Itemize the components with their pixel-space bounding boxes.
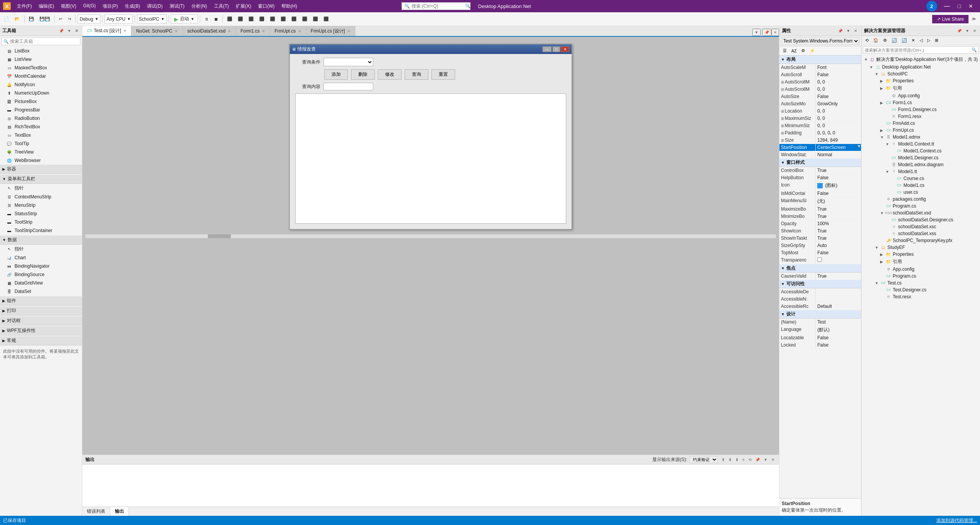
toolbox-item-numericupdown[interactable]: ⬆ NumericUpDown <box>0 89 82 97</box>
output-close-icon[interactable]: ✕ <box>770 457 776 463</box>
tab-close-form1[interactable]: ✕ <box>262 29 265 33</box>
toolbox-menu-icon[interactable]: ▼ <box>66 28 73 34</box>
live-share-button[interactable]: ↗ Live Share <box>932 15 969 23</box>
solution-pin-icon[interactable]: 📌 <box>956 28 963 34</box>
tree-item-form1resx[interactable]: R Form1.resx <box>862 113 979 120</box>
solution-tb-btn-3[interactable]: ⚙ <box>881 37 889 44</box>
toolbox-item-dataset[interactable]: 🗄 DataSet <box>0 287 82 296</box>
tree-item-schooldatasetdesigner[interactable]: C# schoolDataSet.Designer.cs <box>862 216 979 223</box>
toolbox-item-webbrowser[interactable]: 🌐 WebBrowser <box>0 156 82 165</box>
tree-item-programcs-2[interactable]: C# Program.cs <box>862 273 979 280</box>
toolbox-item-bindingsource[interactable]: 🔗 BindingSource <box>0 270 82 279</box>
tree-item-model1designer[interactable]: C# Model1.Designer.cs <box>862 154 979 161</box>
output-tab-errors[interactable]: 错误列表 <box>82 507 110 516</box>
tree-item-form1cs[interactable]: ▶ C# Form1.cs <box>862 99 979 106</box>
toolbox-search-input[interactable] <box>10 39 78 44</box>
run-button[interactable]: ▶ 启动 ▼ <box>171 15 198 23</box>
tree-item-frmuptcs[interactable]: ▶ C# FrmUpt.cs <box>862 127 979 134</box>
save-all-btn[interactable]: 💾💾 <box>37 15 52 23</box>
toolbar-btn-1[interactable]: ⬛ <box>225 15 235 23</box>
toolbox-item-progressbar[interactable]: ▬ ProgressBar <box>0 106 82 114</box>
tree-item-coursecs[interactable]: C# Course.cs <box>862 175 979 182</box>
toolbox-item-pointer2[interactable]: ↖ 指针 <box>0 245 82 254</box>
tree-item-model1diagram[interactable]: 🗄 Model1.edmx.diagram <box>862 161 979 168</box>
solution-menu-icon[interactable]: ▼ <box>964 28 971 34</box>
reset-button[interactable]: 重置 <box>431 69 455 80</box>
toolbar-btn-10[interactable]: ⬛ <box>321 15 331 23</box>
solution-tb-btn-9[interactable]: ⊞ <box>933 37 940 44</box>
solution-close-icon[interactable]: ✕ <box>972 28 978 34</box>
toolbox-item-contextmenustrip[interactable]: ☰ ContextMenuStrip <box>0 193 82 201</box>
toolbox-item-textbox[interactable]: ▭ TextBox <box>0 131 82 139</box>
minimize-button[interactable]: — <box>940 1 954 11</box>
tree-item-testcs[interactable]: ▼ C# Test.cs <box>862 280 979 286</box>
toolbar-btn-5[interactable]: ⬛ <box>268 15 278 23</box>
output-tab-output[interactable]: 输出 <box>110 507 129 516</box>
toolbox-close-icon[interactable]: ✕ <box>74 28 80 34</box>
prop-sort-alpha-btn[interactable]: AZ <box>789 47 799 54</box>
solution-tb-btn-8[interactable]: ▷ <box>925 37 932 44</box>
toolbox-section-container-header[interactable]: ▶ 容器 <box>0 165 82 174</box>
toolbox-item-toolstrip[interactable]: ▬ ToolStrip <box>0 218 82 226</box>
prop-section-layout-header[interactable]: ▼ 布局 <box>779 56 861 64</box>
undo-btn[interactable]: ↩ <box>57 15 65 23</box>
modify-button[interactable]: 修改 <box>378 69 402 80</box>
toolbox-section-dialogs-header[interactable]: ▶ 对话框 <box>0 316 82 325</box>
transparenc-checkbox[interactable] <box>817 257 822 262</box>
cpu-dropdown[interactable]: Any CPU ▼ <box>105 15 132 24</box>
tree-item-desktop-net[interactable]: ▼ ◻ Desktop Application Net <box>862 64 979 70</box>
menu-tools[interactable]: 工具(T) <box>211 2 232 11</box>
properties-object-select[interactable]: Test System.Windows.Forms.Form <box>781 37 859 45</box>
tree-item-packagesconfig[interactable]: ⚙ packages.config <box>862 196 979 203</box>
startposition-dropdown[interactable]: ▼ <box>857 144 861 151</box>
prop-row-startposition[interactable]: StartPosition CenterScreen ▼ <box>779 144 861 151</box>
toolbar-btn-8[interactable]: ⬛ <box>300 15 310 23</box>
solution-tb-btn-1[interactable]: ⟲ <box>863 37 871 44</box>
stop-btn[interactable]: ⏹ <box>212 15 220 23</box>
toolbox-item-listview[interactable]: ▦ ListView <box>0 55 82 64</box>
prop-section-windowstyle-header[interactable]: ▼ 窗口样式 <box>779 159 861 167</box>
toolbox-item-listbox[interactable]: ▤ ListBox <box>0 47 82 55</box>
menu-test[interactable]: 测试(T) <box>167 2 188 11</box>
school-dropdown[interactable]: SchoolPC ▼ <box>137 15 167 24</box>
open-btn[interactable]: 📂 <box>12 15 22 23</box>
tab-test-design[interactable]: C# Test.cs [设计] ✕ <box>82 26 131 36</box>
tree-item-usercs[interactable]: C# user.cs <box>862 189 979 196</box>
form-close-btn[interactable]: ✕ <box>561 46 569 52</box>
toolbox-item-tooltip[interactable]: 💬 ToolTip <box>0 139 82 148</box>
tab-frmupt[interactable]: FrmUpt.cs ✕ <box>270 26 306 36</box>
toolbar-btn-9[interactable]: ⬛ <box>310 15 320 23</box>
prop-section-focus-header[interactable]: ▼ 焦点 <box>779 264 861 273</box>
toolbox-section-print-header[interactable]: ▶ 打印 <box>0 306 82 316</box>
query-button[interactable]: 查询 <box>405 69 428 80</box>
tree-item-schooldatasetxss[interactable]: X schoolDataSet.xss <box>862 230 979 237</box>
toolbar-expand-btn[interactable]: ≫ <box>969 15 978 23</box>
toolbox-item-treeview[interactable]: 🌳 TreeView <box>0 148 82 156</box>
prop-properties-btn[interactable]: ⚙ <box>799 47 807 54</box>
tree-item-studyef[interactable]: ▼ 🗂 StudyEF <box>862 244 979 251</box>
tree-item-ref-2[interactable]: ▶ 📁 引用 <box>862 258 979 266</box>
tree-item-root[interactable]: ▼ ◻ 解决方案'Desktop Application Net'(3个项目，共… <box>862 56 979 64</box>
toolbox-section-components-header[interactable]: ▶ 组件 <box>0 296 82 306</box>
menu-file[interactable]: 文件(F) <box>14 2 35 11</box>
toolbox-section-data-header[interactable]: ▼ 数据 <box>0 236 82 245</box>
toolbar-btn-7[interactable]: ⬛ <box>289 15 299 23</box>
toolbox-section-menus-header[interactable]: ▼ 菜单和工具栏 <box>0 175 82 184</box>
prop-events-btn[interactable]: ⚡ <box>808 47 817 54</box>
output-source-select[interactable]: 约束验证 <box>689 456 718 463</box>
solution-tb-btn-6[interactable]: ✕ <box>910 37 917 44</box>
tree-item-schooldatasetxsc[interactable]: X schoolDataSet.xsc <box>862 223 979 230</box>
tab-close-schooldataset[interactable]: ✕ <box>228 29 231 33</box>
menu-help[interactable]: 帮助(H) <box>278 2 300 11</box>
toolbox-item-picturebox[interactable]: 🖼 PictureBox <box>0 97 82 106</box>
properties-pin-icon[interactable]: 📌 <box>836 28 844 34</box>
toolbox-item-statusstrip[interactable]: ▬ StatusStrip <box>0 209 82 218</box>
prop-sort-category-btn[interactable]: ☰ <box>781 47 789 54</box>
tab-schooldataset[interactable]: schoolDataSet.xsd ✕ <box>183 26 236 36</box>
menu-analyze[interactable]: 分析(N) <box>188 2 210 11</box>
form-min-btn[interactable]: — <box>542 46 552 52</box>
tree-item-ref-1[interactable]: ▶ 📁 引用 <box>862 84 979 92</box>
tree-item-form1designer[interactable]: C# Form1.Designer.cs <box>862 106 979 113</box>
solution-tb-btn-4[interactable]: 🔄 <box>890 37 899 44</box>
tab-close-all-icon[interactable]: ✕ <box>771 29 779 36</box>
